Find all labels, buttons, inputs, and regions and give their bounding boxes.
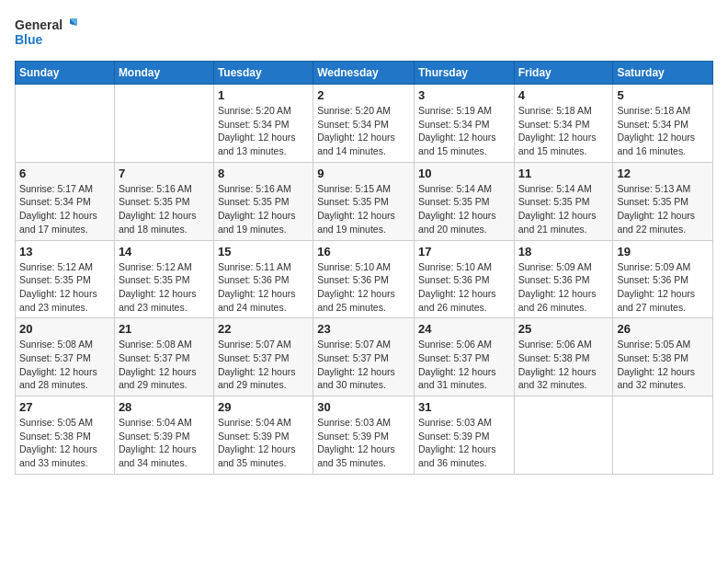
day-detail: Sunrise: 5:12 AM Sunset: 5:35 PM Dayligh… — [119, 260, 210, 315]
day-detail: Sunrise: 5:16 AM Sunset: 5:35 PM Dayligh… — [218, 182, 309, 236]
day-number: 29 — [218, 400, 309, 414]
day-header-thursday: Thursday — [414, 62, 514, 85]
calendar-cell: 16Sunrise: 5:10 AM Sunset: 5:36 PM Dayli… — [313, 240, 415, 318]
calendar-cell: 13Sunrise: 5:12 AM Sunset: 5:35 PM Dayli… — [16, 240, 115, 318]
day-number: 9 — [317, 167, 410, 180]
day-header-wednesday: Wednesday — [313, 62, 415, 85]
day-header-monday: Monday — [114, 62, 213, 85]
calendar-cell: 5Sunrise: 5:18 AM Sunset: 5:34 PM Daylig… — [613, 85, 713, 163]
day-number: 16 — [317, 245, 410, 259]
calendar-cell: 18Sunrise: 5:09 AM Sunset: 5:36 PM Dayli… — [514, 240, 613, 318]
day-number: 23 — [317, 322, 410, 336]
calendar-cell — [514, 396, 613, 475]
day-header-saturday: Saturday — [613, 62, 713, 85]
calendar-cell — [16, 85, 115, 163]
day-detail: Sunrise: 5:14 AM Sunset: 5:35 PM Dayligh… — [418, 182, 510, 236]
day-number: 14 — [119, 245, 210, 259]
day-detail: Sunrise: 5:20 AM Sunset: 5:34 PM Dayligh… — [218, 104, 309, 158]
day-header-sunday: Sunday — [16, 62, 115, 85]
day-detail: Sunrise: 5:03 AM Sunset: 5:39 PM Dayligh… — [418, 416, 510, 470]
calendar-cell: 25Sunrise: 5:06 AM Sunset: 5:38 PM Dayli… — [514, 318, 613, 396]
calendar-cell: 23Sunrise: 5:07 AM Sunset: 5:37 PM Dayli… — [313, 318, 415, 396]
calendar-cell: 21Sunrise: 5:08 AM Sunset: 5:37 PM Dayli… — [114, 318, 213, 396]
day-detail: Sunrise: 5:18 AM Sunset: 5:34 PM Dayligh… — [518, 104, 609, 158]
day-detail: Sunrise: 5:10 AM Sunset: 5:36 PM Dayligh… — [418, 260, 510, 315]
day-detail: Sunrise: 5:10 AM Sunset: 5:36 PM Dayligh… — [317, 260, 410, 315]
calendar-cell: 10Sunrise: 5:14 AM Sunset: 5:35 PM Dayli… — [414, 162, 514, 240]
day-number: 6 — [19, 167, 110, 180]
calendar-cell: 2Sunrise: 5:20 AM Sunset: 5:34 PM Daylig… — [313, 85, 415, 163]
day-number: 5 — [617, 88, 709, 102]
day-detail: Sunrise: 5:07 AM Sunset: 5:37 PM Dayligh… — [218, 338, 309, 392]
day-detail: Sunrise: 5:19 AM Sunset: 5:34 PM Dayligh… — [418, 104, 510, 158]
calendar-cell: 26Sunrise: 5:05 AM Sunset: 5:38 PM Dayli… — [613, 318, 713, 396]
calendar-week-5: 27Sunrise: 5:05 AM Sunset: 5:38 PM Dayli… — [16, 396, 713, 475]
calendar-cell: 9Sunrise: 5:15 AM Sunset: 5:35 PM Daylig… — [313, 162, 415, 240]
day-number: 20 — [19, 322, 110, 336]
day-detail: Sunrise: 5:13 AM Sunset: 5:35 PM Dayligh… — [617, 182, 709, 236]
svg-text:Blue: Blue — [15, 32, 43, 47]
calendar-week-1: 1Sunrise: 5:20 AM Sunset: 5:34 PM Daylig… — [16, 85, 713, 163]
day-detail: Sunrise: 5:17 AM Sunset: 5:34 PM Dayligh… — [19, 182, 110, 236]
page-header: General Blue — [15, 15, 713, 52]
calendar-cell: 24Sunrise: 5:06 AM Sunset: 5:37 PM Dayli… — [414, 318, 514, 396]
day-detail: Sunrise: 5:06 AM Sunset: 5:37 PM Dayligh… — [418, 338, 510, 392]
calendar-cell: 17Sunrise: 5:10 AM Sunset: 5:36 PM Dayli… — [414, 240, 514, 318]
day-number: 2 — [317, 88, 410, 102]
calendar-cell: 1Sunrise: 5:20 AM Sunset: 5:34 PM Daylig… — [213, 85, 313, 163]
calendar-week-3: 13Sunrise: 5:12 AM Sunset: 5:35 PM Dayli… — [16, 240, 713, 318]
day-number: 17 — [418, 245, 510, 259]
calendar-cell: 4Sunrise: 5:18 AM Sunset: 5:34 PM Daylig… — [514, 85, 613, 163]
day-number: 11 — [518, 167, 609, 180]
calendar-body: 1Sunrise: 5:20 AM Sunset: 5:34 PM Daylig… — [16, 85, 713, 475]
calendar-cell: 8Sunrise: 5:16 AM Sunset: 5:35 PM Daylig… — [213, 162, 313, 240]
day-number: 7 — [119, 167, 210, 180]
calendar-cell: 29Sunrise: 5:04 AM Sunset: 5:39 PM Dayli… — [213, 396, 313, 475]
svg-text:General: General — [15, 17, 63, 32]
calendar-cell: 28Sunrise: 5:04 AM Sunset: 5:39 PM Dayli… — [114, 396, 213, 475]
day-detail: Sunrise: 5:04 AM Sunset: 5:39 PM Dayligh… — [218, 416, 309, 470]
calendar-header: SundayMondayTuesdayWednesdayThursdayFrid… — [16, 62, 713, 85]
day-number: 19 — [617, 245, 709, 259]
day-number: 8 — [218, 167, 309, 180]
day-detail: Sunrise: 5:14 AM Sunset: 5:35 PM Dayligh… — [518, 182, 609, 236]
day-number: 30 — [317, 400, 410, 414]
day-number: 21 — [119, 322, 210, 336]
day-header-tuesday: Tuesday — [213, 62, 313, 85]
day-detail: Sunrise: 5:08 AM Sunset: 5:37 PM Dayligh… — [19, 338, 110, 392]
calendar-cell: 20Sunrise: 5:08 AM Sunset: 5:37 PM Dayli… — [16, 318, 115, 396]
day-detail: Sunrise: 5:16 AM Sunset: 5:35 PM Dayligh… — [119, 182, 210, 236]
day-detail: Sunrise: 5:04 AM Sunset: 5:39 PM Dayligh… — [119, 416, 210, 470]
day-number: 28 — [119, 400, 210, 414]
day-detail: Sunrise: 5:05 AM Sunset: 5:38 PM Dayligh… — [617, 338, 709, 392]
day-detail: Sunrise: 5:05 AM Sunset: 5:38 PM Dayligh… — [19, 416, 110, 470]
day-detail: Sunrise: 5:18 AM Sunset: 5:34 PM Dayligh… — [617, 104, 709, 158]
day-detail: Sunrise: 5:03 AM Sunset: 5:39 PM Dayligh… — [317, 416, 410, 470]
day-number: 3 — [418, 88, 510, 102]
day-number: 27 — [19, 400, 110, 414]
calendar-cell: 27Sunrise: 5:05 AM Sunset: 5:38 PM Dayli… — [16, 396, 115, 475]
calendar-cell: 15Sunrise: 5:11 AM Sunset: 5:36 PM Dayli… — [213, 240, 313, 318]
day-number: 22 — [218, 322, 309, 336]
calendar-cell — [114, 85, 213, 163]
day-number: 18 — [518, 245, 609, 259]
day-number: 26 — [617, 322, 709, 336]
day-detail: Sunrise: 5:08 AM Sunset: 5:37 PM Dayligh… — [119, 338, 210, 392]
logo: General Blue — [15, 15, 79, 52]
calendar-cell: 30Sunrise: 5:03 AM Sunset: 5:39 PM Dayli… — [313, 396, 415, 475]
day-detail: Sunrise: 5:20 AM Sunset: 5:34 PM Dayligh… — [317, 104, 410, 158]
calendar-cell: 6Sunrise: 5:17 AM Sunset: 5:34 PM Daylig… — [16, 162, 115, 240]
calendar-cell: 12Sunrise: 5:13 AM Sunset: 5:35 PM Dayli… — [613, 162, 713, 240]
calendar-cell: 31Sunrise: 5:03 AM Sunset: 5:39 PM Dayli… — [414, 396, 514, 475]
day-number: 25 — [518, 322, 609, 336]
day-detail: Sunrise: 5:09 AM Sunset: 5:36 PM Dayligh… — [518, 260, 609, 315]
day-number: 12 — [617, 167, 709, 180]
day-detail: Sunrise: 5:07 AM Sunset: 5:37 PM Dayligh… — [317, 338, 410, 392]
day-number: 24 — [418, 322, 510, 336]
day-number: 31 — [418, 400, 510, 414]
calendar-cell — [613, 396, 713, 475]
day-number: 13 — [19, 245, 110, 259]
calendar-cell: 14Sunrise: 5:12 AM Sunset: 5:35 PM Dayli… — [114, 240, 213, 318]
calendar-cell: 19Sunrise: 5:09 AM Sunset: 5:36 PM Dayli… — [613, 240, 713, 318]
calendar-cell: 7Sunrise: 5:16 AM Sunset: 5:35 PM Daylig… — [114, 162, 213, 240]
